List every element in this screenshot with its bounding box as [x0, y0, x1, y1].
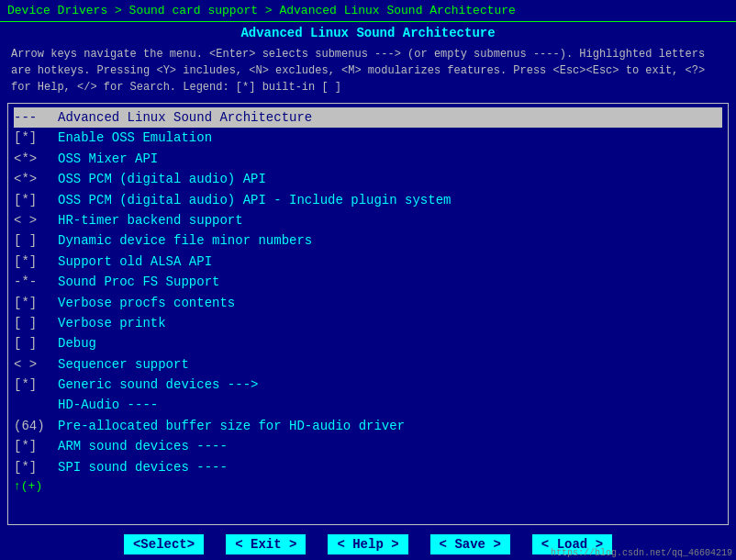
menu-item[interactable]: (64) Pre-allocated buffer size for HD-au…	[14, 416, 722, 436]
menu-item-marker: < >	[14, 354, 58, 375]
bottom-button-1[interactable]: < Exit >	[226, 534, 306, 554]
menu-item[interactable]: [*] OSS PCM (digital audio) API - Includ…	[14, 190, 722, 210]
menu-item[interactable]: < > HR-timer backend support	[14, 210, 722, 230]
menu-item[interactable]: [*] ARM sound devices ----	[14, 436, 722, 456]
menu-item[interactable]: <*> OSS Mixer API	[14, 149, 722, 169]
menu-item-marker: [*]	[14, 436, 58, 456]
main-panel: Advanced Linux Sound Architecture Arrow …	[0, 22, 736, 529]
menu-item-label: Enable OSS Emulation	[58, 128, 212, 148]
menu-item-label: Dynamic device file minor numbers	[58, 230, 312, 251]
menu-item-label: Sound Proc FS Support	[58, 272, 219, 292]
menu-item-marker: < >	[14, 210, 58, 230]
menu-item[interactable]: -*- Sound Proc FS Support	[14, 272, 722, 292]
menu-item[interactable]: [*] Generic sound devices --->	[14, 375, 722, 395]
menu-item-marker: [ ]	[14, 313, 58, 333]
menu-item-label: Debug	[58, 333, 96, 353]
menu-item-label: OSS PCM (digital audio) API - Include pl…	[58, 190, 451, 210]
menu-item-marker: [*]	[14, 190, 58, 210]
bottom-button-0[interactable]: <Select>	[124, 534, 204, 554]
menu-item-label: Advanced Linux Sound Architecture	[58, 107, 312, 128]
menu-item-label: SPI sound devices ----	[58, 457, 228, 477]
menu-item-marker: [*]	[14, 375, 58, 395]
menu-item[interactable]: <*> OSS PCM (digital audio) API	[14, 169, 722, 189]
menu-item[interactable]: [*] Verbose procfs contents	[14, 293, 722, 313]
menu-item-label: Sequencer support	[58, 354, 189, 375]
menu-item-label: Pre-allocated buffer size for HD-audio d…	[58, 416, 405, 436]
menu-item-marker: [ ]	[14, 333, 58, 353]
menu-item-marker: -*-	[14, 272, 58, 292]
menu-item-marker: [*]	[14, 252, 58, 272]
breadcrumb: Device Drivers > Sound card support > Ad…	[0, 0, 736, 22]
menu-item-marker: ---	[14, 107, 58, 128]
menu-item[interactable]: --- Advanced Linux Sound Architecture	[14, 107, 722, 128]
menu-item-marker: [*]	[14, 128, 58, 148]
bottom-button-3[interactable]: < Save >	[430, 534, 510, 554]
bottom-button-2[interactable]: < Help >	[328, 534, 407, 554]
menu-item[interactable]: HD-Audio ----	[14, 395, 722, 415]
breadcrumb-text: Device Drivers > Sound card support > Ad…	[7, 4, 516, 17]
menu-item-marker: <*>	[14, 169, 58, 189]
menu-item-label: Verbose printk	[58, 313, 166, 333]
menu-item-marker: (64)	[14, 416, 58, 436]
menu-item-label: HD-Audio ----	[58, 395, 158, 415]
menu-item-label: HR-timer backend support	[58, 210, 243, 230]
menu-item-label: ARM sound devices ----	[58, 436, 228, 456]
menu-item-marker: <*>	[14, 149, 58, 169]
menu-item-label: Support old ALSA API	[58, 252, 212, 272]
panel-title: Advanced Linux Sound Architecture	[7, 26, 729, 40]
menu-item[interactable]: [*] Support old ALSA API	[14, 252, 722, 272]
menu-item-label: Generic sound devices --->	[58, 375, 258, 395]
menu-item[interactable]: [ ] Dynamic device file minor numbers	[14, 230, 722, 251]
menu-item-marker: [*]	[14, 293, 58, 313]
watermark: https://blog.csdn.net/qq_46604219	[551, 548, 732, 558]
menu-item-label: Verbose procfs contents	[58, 293, 235, 313]
menu-item-label: OSS Mixer API	[58, 149, 158, 169]
menu-item[interactable]: [*] Enable OSS Emulation	[14, 128, 722, 148]
menu-item[interactable]: [ ] Verbose printk	[14, 313, 722, 333]
menu-item[interactable]: < > Sequencer support	[14, 354, 722, 375]
menu-item-marker: [*]	[14, 457, 58, 477]
scroll-indicator: ↑(+)	[14, 477, 42, 497]
menu-item-marker: [ ]	[14, 230, 58, 251]
menu-item-label: OSS PCM (digital audio) API	[58, 169, 266, 189]
main-window: Device Drivers > Sound card support > Ad…	[0, 0, 736, 560]
menu-item[interactable]: ↑(+)	[14, 477, 722, 497]
menu-item[interactable]: [ ] Debug	[14, 333, 722, 353]
menu-item[interactable]: [*] SPI sound devices ----	[14, 457, 722, 477]
help-text: Arrow keys navigate the menu. <Enter> se…	[7, 46, 729, 95]
menu-area: --- Advanced Linux Sound Architecture[*]…	[7, 103, 729, 525]
